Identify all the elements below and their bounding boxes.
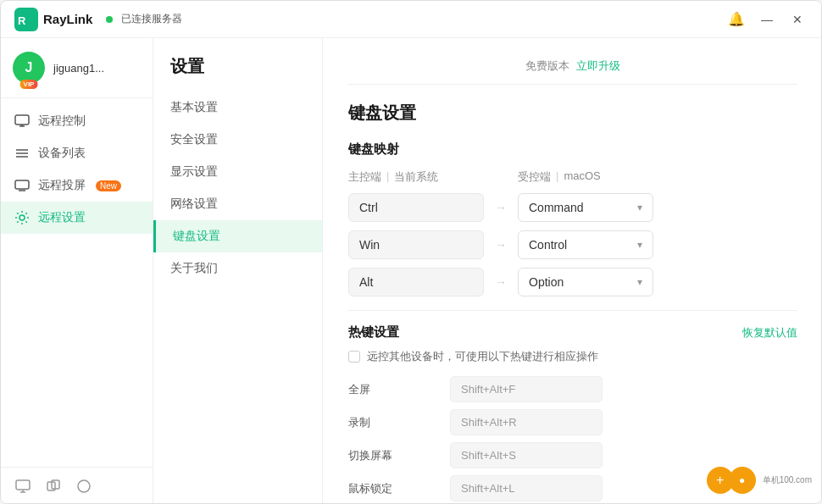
host-col-header: 主控端 | 当前系统	[348, 169, 484, 185]
key-select-alt[interactable]: Option ▾	[518, 268, 653, 296]
chevron-down-icon: ▾	[637, 202, 642, 213]
arrow-2: →	[484, 238, 518, 252]
connection-dot	[106, 16, 113, 23]
title-bar: R RayLink 已连接服务器 🔔 — ✕	[1, 1, 822, 38]
minimize-button[interactable]: —	[755, 8, 779, 31]
window-controls: 🔔 — ✕	[725, 8, 809, 31]
key-select-ctrl[interactable]: Command ▾	[518, 193, 653, 222]
free-version-label: 免费版本	[525, 58, 569, 74]
target-col-header: 受控端 | macOS	[518, 169, 797, 185]
content-area: 免费版本 立即升级 键盘设置 键盘映射 主控端 | 当前系统 受控端	[323, 38, 822, 504]
sidebar-item-device-list[interactable]: 设备列表	[1, 137, 153, 169]
settings-nav: 设置 基本设置 安全设置 显示设置 网络设置 键盘设置 关于我们	[153, 38, 323, 504]
hotkey-row-record: 录制 Shift+Alt+R	[348, 409, 797, 435]
list-icon	[14, 146, 30, 161]
hotkey-row-switch-screen: 切换屏幕 Shift+Alt+S	[348, 442, 797, 468]
svg-rect-8	[15, 180, 29, 189]
gear-icon	[14, 210, 30, 225]
monitor-icon	[14, 114, 30, 129]
restore-link[interactable]: 恢复默认值	[742, 325, 797, 341]
mapping-row-win: Win → Control ▾	[348, 230, 797, 259]
hotkey-row-fullscreen: 全屏 Shift+Alt+F	[348, 376, 797, 402]
window-icon[interactable]	[45, 478, 62, 495]
key-ctrl: Ctrl	[348, 193, 484, 222]
new-badge: New	[96, 180, 121, 191]
svg-rect-11	[16, 480, 30, 490]
settings-nav-keyboard[interactable]: 键盘设置	[153, 220, 322, 252]
mapping-row-ctrl: Ctrl → Command ▾	[348, 193, 797, 222]
settings-nav-about[interactable]: 关于我们	[153, 252, 322, 285]
mapping-row-alt: Alt → Option ▾	[348, 268, 797, 296]
hotkey-checkbox[interactable]	[348, 351, 360, 363]
bell-icon[interactable]: 🔔	[725, 8, 748, 31]
hotkey-hint: 远控其他设备时，可使用以下热键进行相应操作	[348, 349, 797, 364]
settings-panel: 设置 基本设置 安全设置 显示设置 网络设置 键盘设置 关于我们 免费版本 立即…	[153, 38, 822, 504]
logo-area: R RayLink 已连接服务器	[14, 8, 725, 31]
app-name: RayLink	[43, 12, 92, 26]
nav-items: 远程控制 设备列表	[1, 98, 153, 467]
arrow-3: →	[484, 275, 518, 289]
svg-rect-2	[15, 115, 29, 125]
svg-point-10	[19, 215, 25, 220]
sidebar-label-remote-settings: 远程设置	[38, 210, 86, 225]
mapping-header: 主控端 | 当前系统 受控端 | macOS	[348, 169, 797, 185]
settings-title: 设置	[153, 55, 322, 91]
settings-nav-basic[interactable]: 基本设置	[153, 91, 322, 124]
sidebar: J VIP jiguang1... 远程控制	[1, 38, 153, 504]
settings-nav-display[interactable]: 显示设置	[153, 156, 322, 188]
key-select-win[interactable]: Control ▾	[518, 230, 653, 259]
hotkey-section-title: 热键设置	[348, 324, 399, 341]
close-button[interactable]: ✕	[786, 8, 809, 31]
sidebar-item-remote-screen[interactable]: 远程投屏 New	[1, 169, 153, 202]
section-divider	[348, 310, 797, 311]
main-content: J VIP jiguang1... 远程控制	[1, 38, 822, 504]
svg-text:R: R	[18, 14, 26, 27]
watermark-text: 单机100.com	[763, 474, 812, 486]
vip-badge: VIP	[20, 80, 38, 89]
watermark-circle-2: ●	[729, 467, 756, 494]
sidebar-item-remote-settings[interactable]: 远程设置	[1, 202, 153, 234]
arrow-1: →	[484, 201, 518, 214]
sidebar-label-device-list: 设备列表	[38, 146, 86, 161]
key-alt: Alt	[348, 268, 484, 296]
sidebar-bottom	[1, 467, 153, 504]
chevron-down-icon-3: ▾	[637, 276, 642, 288]
settings-nav-security[interactable]: 安全设置	[153, 124, 322, 156]
svg-point-16	[78, 480, 90, 492]
watermark: + ● 单机100.com	[707, 467, 812, 494]
key-win: Win	[348, 230, 484, 259]
username: jiguang1...	[53, 62, 104, 75]
circle-icon[interactable]	[75, 478, 92, 495]
avatar: J VIP	[13, 52, 45, 84]
connection-status: 已连接服务器	[121, 12, 182, 26]
top-bar: 免费版本 立即升级	[348, 58, 797, 85]
mapping-section-title: 键盘映射	[348, 141, 797, 158]
user-section: J VIP jiguang1...	[1, 38, 153, 98]
sidebar-item-remote-control[interactable]: 远程控制	[1, 105, 153, 137]
upgrade-link[interactable]: 立即升级	[576, 58, 620, 74]
chevron-down-icon-2: ▾	[637, 239, 642, 251]
page-title: 键盘设置	[348, 102, 797, 125]
sidebar-label-remote-screen: 远程投屏	[38, 178, 86, 193]
screen-icon[interactable]	[14, 478, 31, 495]
settings-nav-network[interactable]: 网络设置	[153, 188, 322, 220]
app-logo-icon: R	[14, 8, 38, 31]
cast-icon	[14, 178, 30, 193]
sidebar-label-remote-control: 远程控制	[38, 114, 86, 129]
hotkey-header: 热键设置 恢复默认值	[348, 324, 797, 341]
